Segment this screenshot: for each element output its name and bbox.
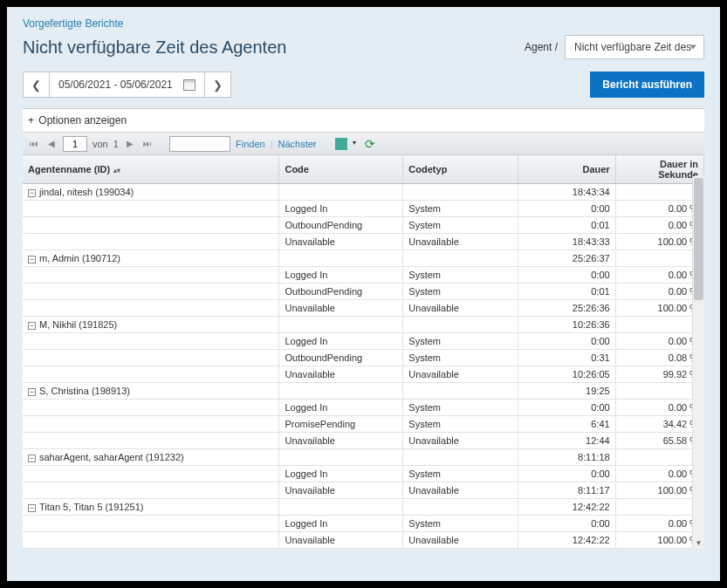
- cell-code: OutboundPending: [279, 350, 403, 366]
- agent-row: −jindal, nitesh (199034)18:43:34: [23, 184, 704, 201]
- export-icon[interactable]: [335, 138, 347, 150]
- cell-duration: 0:00: [518, 516, 616, 532]
- options-toggle[interactable]: + Optionen anzeigen: [23, 109, 704, 133]
- col-header-seconds[interactable]: Dauer in Sekunde: [615, 155, 703, 184]
- detail-row: PromisePendingSystem6:4134.42 %: [23, 416, 704, 433]
- cell-percent: 100.00 %: [615, 234, 703, 250]
- cell-duration: 0:01: [518, 217, 616, 234]
- detail-row: UnavailableUnavailable12:4465.58 %: [23, 433, 704, 449]
- find-input[interactable]: [169, 136, 230, 152]
- date-range-picker: ❮ 05/06/2021 - 05/06/2021 ❯: [23, 72, 231, 98]
- cell-percent: 0.00 %: [615, 466, 703, 482]
- breadcrumb: Vorgefertigte Berichte: [23, 17, 704, 30]
- date-range-display[interactable]: 05/06/2021 - 05/06/2021: [50, 72, 204, 97]
- collapse-icon[interactable]: −: [28, 256, 36, 263]
- scrollbar-thumb[interactable]: [694, 178, 703, 300]
- cell-code: OutboundPending: [279, 217, 403, 234]
- pager-total: 1: [113, 139, 119, 149]
- prev-page-button[interactable]: ◀: [45, 138, 58, 150]
- agent-row: −saharAgent, saharAgent (191232)8:11:18: [23, 449, 704, 466]
- agent-row: −S, Christina (198913)19:25: [23, 383, 704, 400]
- collapse-icon[interactable]: −: [28, 504, 36, 512]
- cell-duration: 0:00: [518, 400, 616, 416]
- last-page-button[interactable]: ⏭: [141, 138, 154, 150]
- cell-percent: 65.58 %: [615, 433, 703, 449]
- cell-percent: 100.00 %: [615, 300, 703, 317]
- cell-duration: 25:26:36: [518, 300, 616, 317]
- cell-code: Unavailable: [279, 482, 403, 499]
- agent-name: Titan 5, Titan 5 (191251): [39, 502, 143, 512]
- cell-codetype: System: [403, 267, 518, 284]
- cell-duration: 6:41: [518, 416, 616, 433]
- collapse-icon[interactable]: −: [28, 322, 36, 330]
- cell-codetype: System: [403, 217, 518, 234]
- chevron-right-icon: ❯: [213, 79, 223, 92]
- detail-row: OutboundPendingSystem0:010.00 %: [23, 217, 704, 234]
- cell-percent: 99.92 %: [615, 366, 703, 383]
- detail-row: Logged InSystem0:000.00 %: [23, 201, 704, 217]
- agent-name: saharAgent, saharAgent (191232): [39, 452, 184, 462]
- find-button[interactable]: Finden: [236, 139, 265, 149]
- sort-icon: ▴▾: [113, 167, 120, 174]
- refresh-icon[interactable]: ⟳: [365, 137, 375, 151]
- cell-codetype: System: [403, 416, 518, 433]
- col-header-duration[interactable]: Dauer: [518, 155, 616, 184]
- date-next-button[interactable]: ❯: [204, 72, 230, 97]
- agent-total-duration: 8:11:18: [518, 449, 616, 466]
- detail-row: Logged InSystem0:000.00 %: [23, 267, 704, 284]
- cell-code: Unavailable: [279, 433, 403, 449]
- cell-duration: 0:00: [518, 267, 616, 284]
- pager-toolbar: ⏮ ◀ von 1 ▶ ⏭ Finden | Nächster ⟳: [23, 133, 704, 155]
- agent-dropdown[interactable]: Nicht verfügbare Zeit des: [565, 35, 704, 59]
- collapse-icon[interactable]: −: [28, 388, 36, 396]
- col-header-codetype[interactable]: Codetyp: [403, 155, 518, 184]
- page-input[interactable]: [63, 136, 87, 152]
- cell-percent: 100.00 %: [615, 482, 703, 499]
- cell-codetype: Unavailable: [403, 532, 518, 549]
- cell-percent: 0.00 %: [615, 284, 703, 300]
- cell-code: Logged In: [279, 201, 403, 217]
- cell-codetype: Unavailable: [403, 482, 518, 499]
- cell-code: Logged In: [279, 333, 403, 350]
- collapse-icon[interactable]: −: [28, 189, 36, 197]
- agent-row: −m, Admin (190712)25:26:37: [23, 250, 704, 267]
- cell-codetype: System: [403, 333, 518, 350]
- cell-percent: 0.00 %: [615, 400, 703, 416]
- date-range-text: 05/06/2021 - 05/06/2021: [58, 79, 173, 91]
- cell-percent: 0.00 %: [615, 333, 703, 350]
- col-header-agent[interactable]: Agentenname (ID)▴▾: [23, 155, 279, 184]
- cell-duration: 10:26:05: [518, 366, 616, 383]
- vertical-scrollbar[interactable]: ▼: [692, 176, 704, 549]
- first-page-button[interactable]: ⏮: [28, 138, 40, 150]
- cell-duration: 8:11:17: [518, 482, 616, 499]
- cell-percent: 0.00 %: [615, 217, 703, 234]
- cell-codetype: Unavailable: [403, 433, 518, 449]
- agent-name: m, Admin (190712): [39, 253, 120, 263]
- cell-codetype: System: [403, 284, 518, 300]
- detail-row: UnavailableUnavailable18:43:33100.00 %: [23, 234, 704, 250]
- scroll-down-arrow[interactable]: ▼: [693, 537, 704, 549]
- agent-total-duration: 12:42:22: [518, 499, 616, 516]
- agent-total-duration: 25:26:37: [518, 250, 616, 267]
- report-grid: Agentenname (ID)▴▾ Code Codetyp Dauer Da…: [23, 155, 704, 549]
- cell-codetype: System: [403, 201, 518, 217]
- breadcrumb-link[interactable]: Vorgefertigte Berichte: [23, 17, 123, 30]
- agent-total-duration: 19:25: [518, 383, 616, 400]
- detail-row: OutboundPendingSystem0:010.00 %: [23, 284, 704, 300]
- detail-row: Logged InSystem0:000.00 %: [23, 400, 704, 416]
- find-next-button[interactable]: Nächster: [278, 139, 317, 149]
- cell-code: Logged In: [279, 267, 403, 284]
- collapse-icon[interactable]: −: [28, 455, 36, 462]
- cell-duration: 12:42:22: [518, 532, 616, 549]
- run-report-button[interactable]: Bericht ausführen: [590, 72, 704, 98]
- next-page-button[interactable]: ▶: [124, 138, 136, 150]
- cell-percent: 100.00 %: [615, 532, 703, 549]
- detail-row: UnavailableUnavailable10:26:0599.92 %: [23, 366, 704, 383]
- cell-duration: 0:00: [518, 466, 616, 482]
- date-prev-button[interactable]: ❮: [24, 72, 50, 97]
- cell-codetype: Unavailable: [403, 366, 518, 383]
- cell-codetype: System: [403, 400, 518, 416]
- col-header-code[interactable]: Code: [279, 155, 403, 184]
- detail-row: UnavailableUnavailable25:26:36100.00 %: [23, 300, 704, 317]
- cell-codetype: System: [403, 350, 518, 366]
